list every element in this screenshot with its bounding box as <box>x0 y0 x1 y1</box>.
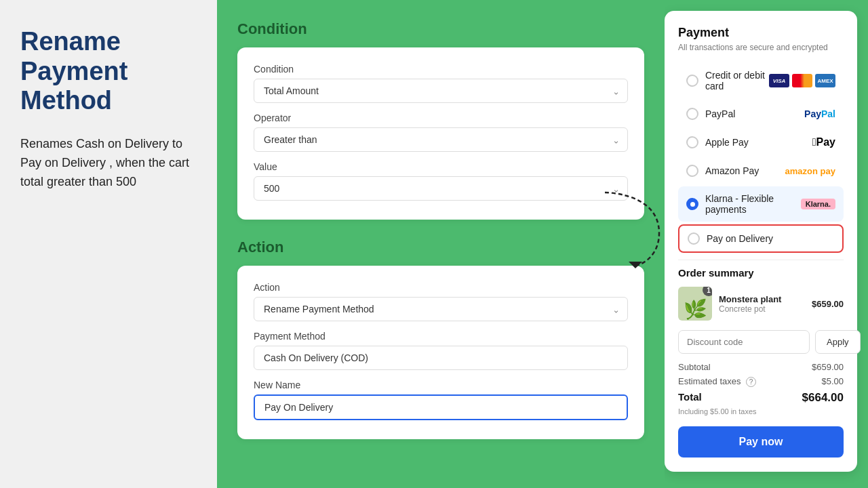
action-card: Action Rename Payment Method Payment Met… <box>237 266 644 439</box>
klarna-logo: Klarna. <box>801 199 835 209</box>
taxes-help-icon[interactable]: ? <box>746 377 756 387</box>
total-value: $664.00 <box>802 391 844 405</box>
payment-method-label: Payment Method <box>254 331 628 342</box>
new-name-label: New Name <box>254 380 628 390</box>
apple-pay-logo: Pay <box>812 136 835 148</box>
radio-klarna <box>686 198 698 210</box>
payment-name-paypal: PayPal <box>705 108 735 119</box>
operator-select[interactable]: Greater than <box>254 127 628 152</box>
apply-button[interactable]: Apply <box>815 330 861 354</box>
dashed-arrow <box>598 186 666 274</box>
subtotal-line: Subtotal $659.00 <box>678 362 844 372</box>
left-panel: Rename Payment Method Renames Cash on De… <box>0 0 217 488</box>
pay-now-button[interactable]: Pay now <box>678 426 844 458</box>
order-summary-title: Order summary <box>678 267 844 279</box>
operator-select-wrapper[interactable]: Greater than <box>254 127 628 152</box>
payment-name-pod: Pay on Delivery <box>707 233 773 244</box>
payment-option-card[interactable]: Credit or debit card VISA AMEX <box>678 63 844 98</box>
visa-logo: VISA <box>769 74 789 87</box>
page-title: Rename Payment Method <box>20 27 197 116</box>
payment-option-apple[interactable]: Apple Pay Pay <box>678 129 844 155</box>
action-field-label: Action <box>254 282 628 293</box>
taxes-label: Estimated taxes ? <box>678 376 756 387</box>
amex-logo: AMEX <box>815 74 835 87</box>
product-badge: 1 <box>703 287 712 296</box>
payment-option-amazon[interactable]: Amazon Pay amazon pay <box>678 158 844 184</box>
payment-option-paypal[interactable]: PayPal PayPal <box>678 101 844 127</box>
payment-name-klarna: Klarna - Flexible payments <box>705 193 801 215</box>
payment-title: Payment <box>678 26 844 40</box>
product-image: 🌿 1 <box>678 287 712 321</box>
radio-amazon <box>686 165 698 177</box>
svg-marker-0 <box>629 262 642 268</box>
radio-card <box>686 75 698 87</box>
radio-paypal <box>686 108 698 120</box>
total-line: Total $664.00 <box>678 391 844 405</box>
payment-name-card: Credit or debit card <box>705 70 769 92</box>
subtotal-label: Subtotal <box>678 362 711 372</box>
operator-label: Operator <box>254 113 628 123</box>
divider <box>678 260 844 260</box>
value-select[interactable]: 500 <box>254 176 628 201</box>
action-select[interactable]: Rename Payment Method <box>254 297 628 321</box>
product-name: Monstera plant <box>719 294 805 304</box>
product-row: 🌿 1 Monstera plant Concrete pot $659.00 <box>678 287 844 321</box>
new-name-input[interactable] <box>254 394 628 420</box>
mastercard-logo <box>792 74 812 87</box>
action-select-wrapper[interactable]: Rename Payment Method <box>254 297 628 321</box>
value-label: Value <box>254 161 628 172</box>
amazon-pay-logo: amazon pay <box>785 166 835 176</box>
condition-section-title: Condition <box>237 20 644 38</box>
card-logos: VISA AMEX <box>769 74 835 87</box>
right-panel: Payment All transactions are secure and … <box>665 0 868 488</box>
payment-option-pod[interactable]: Pay on Delivery <box>678 224 844 253</box>
page-description: Renames Cash on Delivery to Pay on Deliv… <box>20 135 197 192</box>
action-section: Action Action Rename Payment Method Paym… <box>237 239 644 439</box>
product-info: Monstera plant Concrete pot <box>719 294 805 314</box>
radio-apple <box>686 136 698 148</box>
paypal-logo: PayPal <box>804 108 835 119</box>
condition-section: Condition Condition Total Amount Operato… <box>237 20 644 220</box>
subtotal-value: $659.00 <box>812 362 844 372</box>
payment-name-apple: Apple Pay <box>705 137 749 148</box>
product-subtitle: Concrete pot <box>719 304 805 314</box>
condition-select[interactable]: Total Amount <box>254 79 628 103</box>
taxes-line: Estimated taxes ? $5.00 <box>678 376 844 387</box>
middle-panel: Condition Condition Total Amount Operato… <box>217 0 665 488</box>
payment-card: Payment All transactions are secure and … <box>665 11 857 472</box>
discount-row: Apply <box>678 330 844 354</box>
condition-label: Condition <box>254 64 628 75</box>
action-section-title: Action <box>237 239 644 256</box>
payment-method-input[interactable] <box>254 346 628 370</box>
discount-input[interactable] <box>678 330 810 354</box>
tax-note: Including $5.00 in taxes <box>678 407 844 415</box>
condition-card: Condition Total Amount Operator Greater … <box>237 47 644 220</box>
condition-select-wrapper[interactable]: Total Amount <box>254 79 628 103</box>
total-label: Total <box>678 391 702 405</box>
payment-subtitle: All transactions are secure and encrypte… <box>678 43 844 52</box>
payment-name-amazon: Amazon Pay <box>705 165 759 176</box>
product-price: $659.00 <box>812 299 844 309</box>
radio-pod <box>688 232 700 245</box>
payment-option-klarna[interactable]: Klarna - Flexible payments Klarna. <box>678 186 844 222</box>
taxes-value: $5.00 <box>821 376 844 387</box>
value-select-wrapper[interactable]: 500 <box>254 176 628 201</box>
